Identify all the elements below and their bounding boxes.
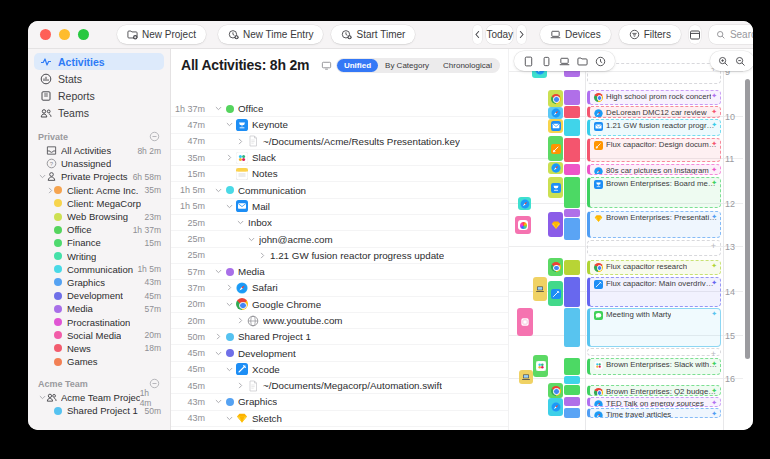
sidebar-item-games[interactable]: Games (28, 355, 170, 368)
sidebar-item-writing[interactable]: Writing (28, 250, 170, 263)
sidebar-item-acme-team-projects[interactable]: Acme Team Projects1h 4m (28, 391, 170, 404)
timeline-entry[interactable]: Flux capacitor: Design document✦ (587, 138, 721, 162)
category-bar-segment[interactable] (564, 277, 580, 307)
app-usage-block[interactable] (548, 281, 563, 306)
sidebar-nav-teams[interactable]: Teams (34, 104, 164, 121)
sidebar-nav-reports[interactable]: Reports (34, 87, 164, 104)
activity-row[interactable]: 25mInbox (171, 215, 508, 231)
chevron-down-icon[interactable] (214, 268, 222, 275)
activity-row[interactable]: 1h 5mCommunication (171, 182, 508, 198)
activity-row[interactable]: 20mGoogle Chrome (171, 297, 508, 313)
sidebar-item-graphics[interactable]: Graphics43m (28, 276, 170, 289)
app-usage-block[interactable] (548, 90, 563, 107)
app-usage-block[interactable] (548, 177, 563, 198)
zoom-in-icon[interactable] (718, 56, 729, 67)
activity-row[interactable]: 45mDevelopment (171, 345, 508, 361)
activity-row[interactable]: 20mwww.youtube.com (171, 313, 508, 329)
activity-row[interactable]: 43m~/Documents/Acme/Presentation Infogra… (171, 427, 508, 430)
app-usage-block[interactable] (548, 258, 563, 276)
sidebar-item-procrastination[interactable]: Procrastination (28, 315, 170, 328)
activity-row[interactable]: 45mXcode (171, 362, 508, 378)
sidebar-item-client-megacorp[interactable]: Client: MegaCorp (28, 197, 170, 210)
chevron-down-icon[interactable] (214, 350, 222, 357)
panel-toggle-button[interactable] (689, 25, 701, 44)
activity-row[interactable]: 50mShared Project 1 (171, 329, 508, 345)
new-project-button[interactable]: New Project (117, 25, 206, 44)
close-button[interactable] (40, 29, 51, 40)
sidebar-nav-activities[interactable]: Activities (34, 53, 164, 70)
sidebar-item-private-projects[interactable]: Private Projects6h 58m (28, 170, 170, 183)
app-usage-block[interactable] (519, 370, 533, 384)
activity-row[interactable]: 47m~/Documents/Acme/Results Presentation… (171, 134, 508, 150)
activity-row[interactable]: 25m1.21 GW fusion reactor progress updat… (171, 248, 508, 264)
category-bar-segment[interactable] (564, 164, 580, 175)
chevron-down-icon[interactable] (38, 394, 46, 401)
collapse-section-icon[interactable] (149, 131, 160, 142)
timeline-entry[interactable]: DeLorean DMC12 car review✦ (587, 106, 721, 118)
sidebar-nav-stats[interactable]: Stats (34, 70, 164, 87)
sidebar-item-web-browsing[interactable]: Web Browsing23m (28, 210, 170, 223)
timeline-entry[interactable]: High school prom rock concert✦ (587, 90, 721, 105)
search-field[interactable] (709, 25, 753, 44)
view-tab-by-category[interactable]: By Category (378, 59, 436, 72)
timeline-entry[interactable]: Meeting with Marty✦ (587, 308, 721, 347)
timeline-entry[interactable]: Flux capacitor research✦ (587, 260, 721, 275)
search-input[interactable] (730, 29, 753, 40)
sidebar-item-news[interactable]: News18m (28, 342, 170, 355)
category-bar-segment[interactable] (564, 218, 580, 240)
category-bar-segment[interactable] (564, 397, 580, 406)
chevron-right-icon[interactable] (225, 284, 233, 291)
start-timer-button[interactable]: Start Timer (331, 25, 415, 44)
empty-suggestion-slot[interactable]: + (587, 348, 721, 356)
chevron-down-icon[interactable] (225, 415, 233, 422)
category-bar-segment[interactable] (564, 260, 580, 275)
app-usage-block[interactable] (548, 119, 563, 133)
chevron-down-icon[interactable] (38, 173, 46, 180)
timeline-entry[interactable]: Brown Enterprises: Q2 budget planning✦ (587, 385, 721, 396)
date-picker[interactable]: Today (486, 25, 513, 44)
chevron-right-icon[interactable] (214, 333, 222, 340)
new-time-entry-button[interactable]: New Time Entry (218, 25, 324, 44)
category-bar-segment[interactable] (564, 358, 580, 375)
app-usage-block[interactable] (548, 212, 563, 237)
activity-row[interactable]: 57mMedia (171, 264, 508, 280)
activity-row[interactable]: 1h 5mMail (171, 199, 508, 215)
timeline-entry[interactable]: Flux capacitor: Main overdrive controlle… (587, 277, 721, 307)
category-bar-segment[interactable] (564, 209, 580, 217)
sidebar-item-all-activities[interactable]: All Activities8h 2m (28, 144, 170, 157)
sidebar-item-communication[interactable]: Communication1h 5m (28, 263, 170, 276)
chevron-right-icon[interactable] (225, 154, 233, 161)
timeline-entry[interactable]: Time travel articles✦ (587, 408, 721, 418)
activity-row[interactable]: 47mKeynote (171, 117, 508, 133)
timeline-entry[interactable]: Brown Enterprises: Board meeting present… (587, 177, 721, 208)
category-bar-segment[interactable] (564, 90, 580, 105)
sidebar-item-unassigned[interactable]: ?Unassigned (28, 157, 170, 170)
chevron-right-icon[interactable] (46, 187, 54, 194)
sidebar-item-social-media[interactable]: Social Media20m (28, 329, 170, 342)
app-usage-block[interactable] (515, 216, 531, 234)
timeline-entry[interactable]: 1.21 GW fusion reactor progress update✦ (587, 119, 721, 136)
activity-row[interactable]: 35mSlack (171, 150, 508, 166)
empty-suggestion-slot[interactable]: + (587, 240, 721, 256)
chevron-down-icon[interactable] (214, 187, 222, 194)
app-usage-block[interactable] (533, 277, 547, 301)
chevron-down-icon[interactable] (225, 301, 233, 308)
chevron-right-icon[interactable] (236, 138, 244, 145)
timeline-entry[interactable]: TED Talk on energy sources✦ (587, 397, 721, 407)
app-usage-block[interactable] (548, 136, 563, 161)
chevron-down-icon[interactable] (225, 121, 233, 128)
category-bar-segment[interactable] (564, 138, 580, 162)
activity-row[interactable]: 45m~/Documents/Megacorp/Automation.swift (171, 378, 508, 394)
app-usage-block[interactable] (518, 197, 531, 210)
tablet-icon[interactable] (523, 56, 534, 67)
timeline-entry[interactable]: Brown Enterprises: Slack with Emmet✦ (587, 358, 721, 375)
add-entry-icon[interactable]: + (711, 242, 716, 251)
app-usage-block[interactable] (548, 162, 563, 174)
laptop-icon[interactable] (559, 56, 570, 67)
chevron-down-icon[interactable] (236, 219, 244, 226)
chevron-down-icon[interactable] (225, 366, 233, 373)
sidebar-item-shared-project-1[interactable]: Shared Project 150m (28, 404, 170, 417)
zoom-button[interactable] (78, 29, 89, 40)
activity-row[interactable]: 37mSafari (171, 280, 508, 296)
category-bar-segment[interactable] (564, 385, 580, 395)
